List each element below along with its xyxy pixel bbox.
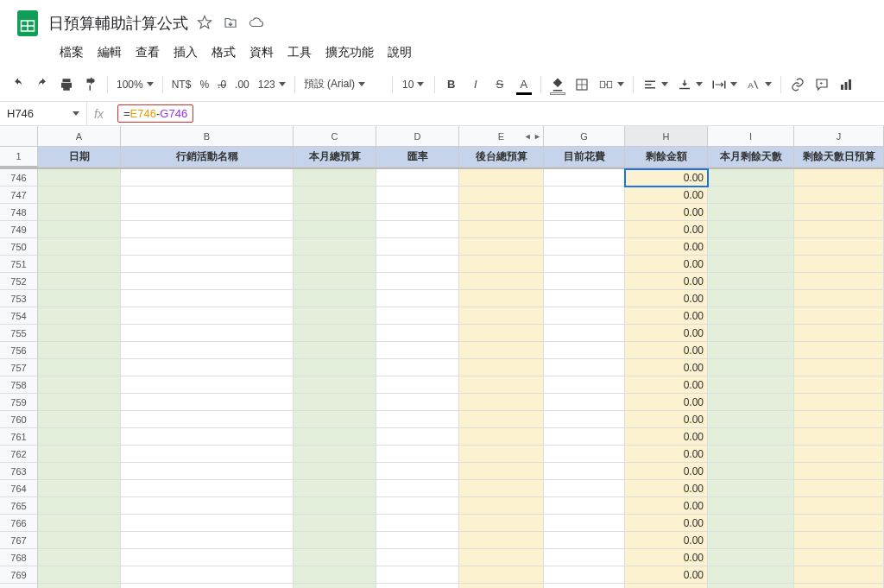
cell[interactable] <box>794 497 884 515</box>
cell[interactable] <box>376 428 459 446</box>
header-date[interactable]: 日期 <box>38 147 121 168</box>
cell[interactable] <box>38 238 121 256</box>
row-head[interactable]: 769 <box>0 566 38 584</box>
cell[interactable] <box>794 307 884 325</box>
cell[interactable] <box>794 221 884 238</box>
cell[interactable] <box>459 566 544 584</box>
cell[interactable] <box>376 394 459 411</box>
cell[interactable] <box>794 325 884 342</box>
star-icon[interactable] <box>197 15 212 33</box>
cell[interactable] <box>544 446 625 463</box>
row-head[interactable]: 748 <box>0 204 38 221</box>
cloud-icon[interactable] <box>249 15 264 33</box>
cell[interactable] <box>708 376 794 394</box>
cell[interactable] <box>294 204 376 221</box>
row-head[interactable]: 746 <box>0 169 38 187</box>
cell-remaining[interactable]: 0.00 <box>625 428 708 446</box>
cell[interactable] <box>38 187 121 204</box>
cell[interactable] <box>459 394 544 411</box>
cell[interactable] <box>544 359 625 376</box>
col-head-g[interactable]: G <box>544 126 625 146</box>
cell[interactable] <box>459 290 544 307</box>
merge-button[interactable] <box>595 77 628 92</box>
cell[interactable] <box>708 290 794 307</box>
cell[interactable] <box>376 325 459 342</box>
cell[interactable] <box>708 204 794 221</box>
formula-input[interactable]: =E746-G746 <box>110 104 884 123</box>
col-head-d[interactable]: D <box>376 126 459 146</box>
cell[interactable] <box>794 428 884 446</box>
cell[interactable] <box>708 238 794 256</box>
cell[interactable] <box>294 515 376 532</box>
cell[interactable] <box>794 169 884 187</box>
menu-insert[interactable]: 插入 <box>167 41 204 64</box>
cell[interactable] <box>121 584 294 588</box>
doc-title[interactable]: 日預算輔助計算公式 <box>48 13 188 34</box>
cell[interactable] <box>376 532 459 549</box>
move-icon[interactable] <box>223 15 238 33</box>
header-days-left[interactable]: 本月剩餘天數 <box>708 147 794 168</box>
cell[interactable] <box>294 428 376 446</box>
cell[interactable] <box>459 376 544 394</box>
cell[interactable] <box>794 187 884 204</box>
cell[interactable] <box>376 376 459 394</box>
cell[interactable] <box>121 411 294 428</box>
row-head[interactable]: 757 <box>0 359 38 376</box>
cell-remaining[interactable]: 0.00 <box>625 169 708 187</box>
row-head[interactable]: 747 <box>0 187 38 204</box>
cell[interactable] <box>38 549 121 566</box>
menu-help[interactable]: 說明 <box>382 41 418 64</box>
cell[interactable] <box>544 463 625 480</box>
cell[interactable] <box>708 446 794 463</box>
row-head[interactable]: 758 <box>0 376 38 394</box>
cell[interactable] <box>544 428 625 446</box>
cell[interactable] <box>459 342 544 359</box>
cell[interactable] <box>794 238 884 256</box>
row-head[interactable]: 749 <box>0 221 38 238</box>
cell[interactable] <box>459 428 544 446</box>
percent-button[interactable]: % <box>196 79 212 91</box>
cell[interactable] <box>544 256 625 273</box>
cell[interactable] <box>544 342 625 359</box>
cell-remaining[interactable]: 0.00 <box>625 411 708 428</box>
cell[interactable] <box>294 566 376 584</box>
menu-edit[interactable]: 編輯 <box>92 41 128 64</box>
cell-remaining[interactable]: 0.00 <box>625 532 708 549</box>
cell[interactable] <box>459 221 544 238</box>
paint-format-button[interactable] <box>79 73 102 96</box>
bold-button[interactable]: B <box>440 73 463 96</box>
cell[interactable] <box>376 566 459 584</box>
header-budget[interactable]: 本月總預算 <box>294 147 376 168</box>
zoom-dropdown[interactable]: 100% <box>113 79 157 91</box>
rotate-button[interactable]: A <box>742 77 775 92</box>
row-head[interactable]: 765 <box>0 497 38 515</box>
col-head-b[interactable]: B <box>121 126 294 146</box>
col-head-e[interactable]: E◄ ► <box>459 126 544 146</box>
cell[interactable] <box>376 204 459 221</box>
cell[interactable] <box>459 480 544 497</box>
cell[interactable] <box>459 549 544 566</box>
italic-button[interactable]: I <box>464 73 487 96</box>
cell[interactable] <box>708 515 794 532</box>
menu-extensions[interactable]: 擴充功能 <box>319 41 380 64</box>
number-format-dropdown[interactable]: 123 <box>255 79 289 91</box>
borders-button[interactable] <box>571 73 593 96</box>
cell[interactable] <box>708 497 794 515</box>
increase-decimal-button[interactable]: .00 <box>231 79 253 91</box>
cell[interactable] <box>38 411 121 428</box>
cell[interactable] <box>121 446 294 463</box>
cell[interactable] <box>544 497 625 515</box>
cell[interactable] <box>294 411 376 428</box>
row-head[interactable]: 753 <box>0 290 38 307</box>
cell[interactable] <box>294 342 376 359</box>
cell[interactable] <box>376 549 459 566</box>
menu-file[interactable]: 檔案 <box>54 41 90 64</box>
cell-remaining[interactable]: 0.00 <box>625 325 708 342</box>
row-head[interactable]: 755 <box>0 325 38 342</box>
cell[interactable] <box>376 256 459 273</box>
cell-remaining[interactable]: 0.00 <box>625 480 708 497</box>
cell[interactable] <box>294 169 376 187</box>
row-head[interactable]: 766 <box>0 515 38 532</box>
cell[interactable] <box>376 497 459 515</box>
cell-remaining[interactable]: 0.00 <box>625 463 708 480</box>
